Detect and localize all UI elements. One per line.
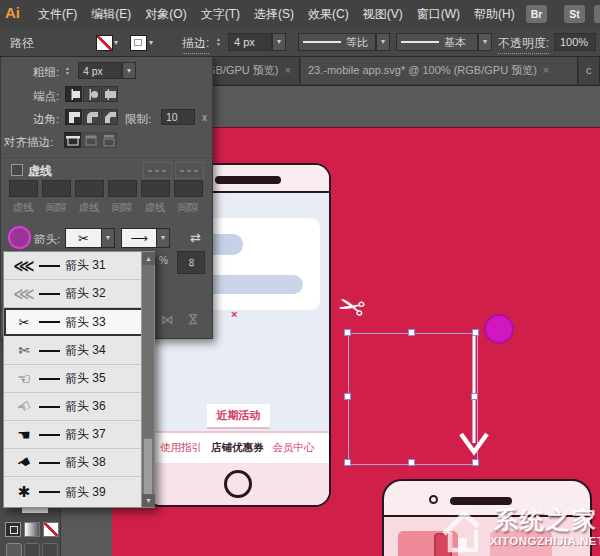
align-arrow-end-icon[interactable]: ⋈ [186,313,201,326]
menu-edit[interactable]: 编辑(E) [91,6,131,23]
arrowhead-option-37[interactable]: ☚ 箭头 37 [4,421,143,449]
app-logo[interactable]: Ai [5,4,20,21]
bridge-button[interactable]: Br [526,5,547,23]
join-round-button[interactable] [83,109,100,125]
scroll-down-icon[interactable]: ▼ [142,494,155,507]
arrowhead-option-39[interactable]: ✱ 箭头 39 [4,477,143,507]
selection-handle[interactable] [344,329,351,336]
draw-behind-button[interactable] [24,543,40,556]
dash-field-1[interactable] [9,180,38,197]
align-arrow-tip-icon[interactable]: ⋈ [161,312,174,327]
opacity-link[interactable]: 不透明度: [498,35,549,54]
menu-select[interactable]: 选择(S) [254,6,294,23]
weight-dropdown[interactable]: ▾ [122,62,136,79]
menu-object[interactable]: 对象(O) [145,6,186,23]
tab2-close-icon[interactable]: × [543,64,549,76]
cap-round-button[interactable] [83,86,100,102]
align-inside-button[interactable] [82,132,99,148]
phone1-nav-guide[interactable]: 使用指引 [160,441,202,455]
join-bevel-button[interactable] [101,109,118,125]
weight-stepper[interactable]: ▲▼ [65,66,70,76]
document-tab-2-active[interactable]: 23.-mobile app.svg* @ 100% (RGB/GPU 预览) … [301,56,578,84]
draw-inside-button[interactable] [42,543,58,556]
arrowhead-start-dropdown[interactable]: ▾ [101,228,115,248]
stroke-color-indicator[interactable] [22,508,48,513]
preserve-dash-button[interactable] [143,162,172,179]
tab1-close-icon[interactable]: × [285,64,291,76]
dash-field-2[interactable] [75,180,104,197]
draw-normal-button[interactable] [6,543,22,556]
color-mode-button[interactable] [5,522,21,537]
arrowhead-option-35[interactable]: ☜ 箭头 35 [4,365,143,393]
fill-swatch-none[interactable] [96,35,113,51]
scrollbar-thumb[interactable] [143,438,153,496]
arrowhead-option-38[interactable]: ☚ 箭头 38 [4,449,143,477]
align-center-button[interactable] [64,132,81,148]
gap-field-1[interactable] [42,180,71,197]
selection-handle[interactable] [408,329,415,336]
weight-label: 粗细: [33,65,59,80]
gap-field-3[interactable] [174,180,203,197]
selection-handle[interactable] [472,459,479,466]
link-scale-button[interactable]: ∞ [177,251,205,274]
brush-definition-preview[interactable]: 基本 [396,33,478,51]
width-profile-preview[interactable]: 等比 [298,33,376,51]
stroke-weight-field[interactable]: 4 px [228,33,272,51]
stroke-weight-link[interactable]: 描边: [182,35,209,54]
arrowhead-end-combo[interactable]: ⟶ [121,228,157,248]
menu-type[interactable]: 文字(T) [201,6,240,23]
brush-dropdown[interactable]: ▾ [478,33,492,51]
chevron-down-icon[interactable]: ▾ [114,38,118,47]
selection-handle[interactable] [471,393,478,400]
tab1-label: GB/GPU 预览) [207,63,279,78]
selection-handle[interactable] [344,393,351,400]
gradient-mode-button[interactable] [24,522,40,537]
join-miter-button[interactable] [65,109,82,125]
cap-projecting-button[interactable] [101,86,118,102]
limit-field[interactable]: 10 [161,109,195,125]
dash-field-3[interactable] [141,180,170,197]
phone1-nav-member[interactable]: 会员中心 [273,441,315,455]
arrowhead-end-dropdown[interactable]: ▾ [156,228,170,248]
align-stroke-label: 对齐描边: [4,135,53,150]
weight-field[interactable]: 4 px [78,62,122,79]
cap-butt-button[interactable] [65,86,82,102]
menu-window[interactable]: 窗口(W) [417,6,460,23]
selection-handle[interactable] [408,459,415,466]
selection-handle[interactable] [472,329,479,336]
gap-label: 间隙 [173,201,203,215]
document-tab-1[interactable]: GB/GPU 预览) × [200,56,300,84]
gap-field-2[interactable] [108,180,137,197]
menu-file[interactable]: 文件(F) [38,6,77,23]
stock-button[interactable]: St [564,5,585,23]
phone1-nav-coupons[interactable]: 店铺优惠券 [211,441,264,455]
list-scrollbar[interactable]: ▲ ▼ [141,252,154,507]
app-button-partial[interactable] [594,5,600,23]
menu-bar: Ai 文件(F) 编辑(E) 对象(O) 文字(T) 选择(S) 效果(C) 视… [0,0,600,29]
menu-view[interactable]: 视图(V) [363,6,403,23]
arrowhead-option-34[interactable]: ✄ 箭头 34 [4,337,143,365]
arrowhead-start-combo[interactable]: ✂ [65,228,102,248]
arrowhead-option-36[interactable]: ☜ 箭头 36 [4,393,143,421]
none-mode-button[interactable] [43,522,59,537]
selection-handle[interactable] [344,459,351,466]
swap-arrowheads-icon[interactable]: ⇄ [190,230,201,245]
limit-label: 限制: [125,112,151,127]
stroke-color-swatch[interactable] [130,35,147,51]
opacity-field[interactable]: 100% [554,33,596,51]
menu-help[interactable]: 帮助(H) [474,6,515,23]
document-tab-3[interactable]: c [579,56,600,84]
stroke-weight-dropdown[interactable]: ▾ [272,33,286,51]
arrowhead-option-32[interactable]: ⋘ 箭头 32 [4,280,143,308]
stroke-weight-stepper[interactable]: ▲▼ [216,37,221,47]
menu-effect[interactable]: 效果(C) [308,6,349,23]
align-dash-button[interactable] [175,162,204,179]
arrowhead-option-31[interactable]: ⋘ 箭头 31 [4,252,143,280]
dashed-line-checkbox[interactable] [11,164,23,176]
scroll-up-icon[interactable]: ▲ [142,252,155,265]
phone1-speaker-bar [215,176,281,184]
arrowhead-option-33-selected[interactable]: ✂ 箭头 33 [4,308,143,336]
align-outside-button[interactable] [100,132,117,148]
profile-dropdown[interactable]: ▾ [376,33,390,51]
chevron-down-icon[interactable]: ▾ [149,38,153,47]
